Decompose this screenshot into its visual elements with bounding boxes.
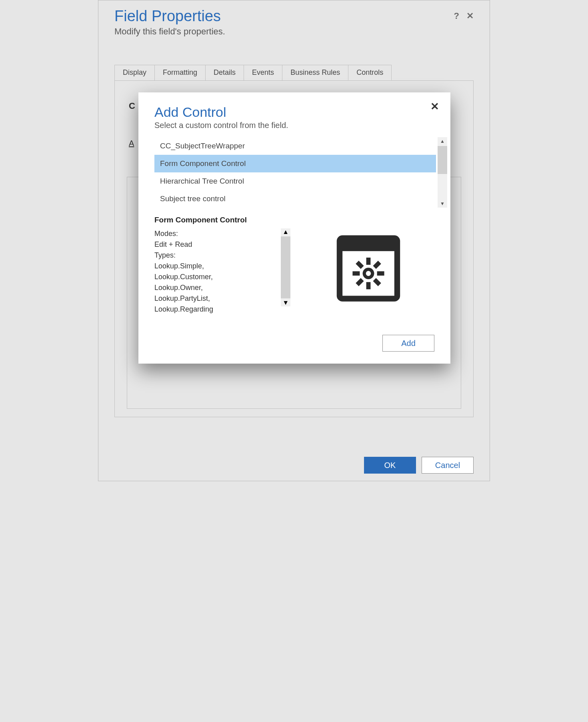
ok-button[interactable]: OK (364, 457, 416, 474)
svg-rect-7 (352, 271, 360, 276)
modal-title: Add Control (138, 104, 450, 120)
modal-close-icon[interactable]: ✕ (430, 101, 439, 112)
svg-rect-5 (366, 282, 371, 289)
scroll-down-icon[interactable]: ▼ (282, 299, 289, 306)
modes-label: Modes: (154, 228, 198, 239)
dialog-title: Field Properties (114, 8, 454, 25)
tab-formatting[interactable]: Formatting (154, 65, 206, 80)
tab-controls[interactable]: Controls (348, 65, 392, 80)
tab-strip: Display Formatting Details Events Busine… (114, 65, 474, 80)
obscured-heading: C (129, 101, 135, 111)
modal-subtitle: Select a custom control from the field. (138, 120, 450, 137)
types-value: Lookup.Simple, Lookup.Customer, Lookup.O… (154, 261, 234, 315)
help-icon[interactable]: ? (454, 12, 459, 20)
tab-details[interactable]: Details (205, 65, 244, 80)
tab-business-rules[interactable]: Business Rules (282, 65, 348, 80)
control-list-item[interactable]: CC_SubjectTreeWrapper (154, 137, 436, 155)
dialog-header: Field Properties ? ✕ Modify this field's… (98, 0, 490, 37)
modes-value: Edit + Read (154, 239, 234, 250)
tab-events[interactable]: Events (244, 65, 282, 80)
svg-rect-6 (377, 271, 384, 276)
svg-rect-4 (366, 258, 371, 265)
control-list-item[interactable]: Hierarchical Tree Control (154, 172, 436, 190)
scroll-thumb[interactable] (438, 146, 447, 174)
control-list-item[interactable]: Form Component Control (154, 155, 436, 172)
selected-control-name: Form Component Control (138, 208, 450, 228)
gear-window-icon (332, 228, 404, 308)
tab-display[interactable]: Display (114, 65, 155, 80)
dialog-footer: OK Cancel (364, 457, 474, 474)
control-list: CC_SubjectTreeWrapper Form Component Con… (154, 137, 436, 208)
scroll-down-icon[interactable]: ▼ (440, 200, 445, 208)
svg-point-3 (366, 271, 371, 276)
obscured-link[interactable]: A (129, 139, 134, 148)
scroll-thumb[interactable] (281, 236, 290, 298)
scroll-up-icon[interactable]: ▲ (282, 228, 289, 236)
scroll-up-icon[interactable]: ▲ (440, 137, 445, 145)
list-scrollbar[interactable]: ▲ ▼ (438, 137, 447, 208)
close-icon[interactable]: ✕ (466, 12, 474, 20)
control-detail-table: Modes: Edit + Read Types: Lookup.Simple,… (154, 228, 278, 315)
types-label: Types: (154, 250, 198, 261)
control-list-item[interactable]: Subject tree control (154, 190, 436, 208)
control-preview (302, 228, 434, 315)
detail-scrollbar[interactable]: ▲ ▼ (281, 228, 290, 306)
field-properties-dialog: Field Properties ? ✕ Modify this field's… (98, 0, 490, 481)
cancel-button[interactable]: Cancel (422, 457, 474, 474)
add-button[interactable]: Add (382, 335, 434, 352)
add-control-modal: ✕ Add Control Select a custom control fr… (138, 92, 450, 364)
dialog-subtitle: Modify this field's properties. (114, 26, 474, 37)
